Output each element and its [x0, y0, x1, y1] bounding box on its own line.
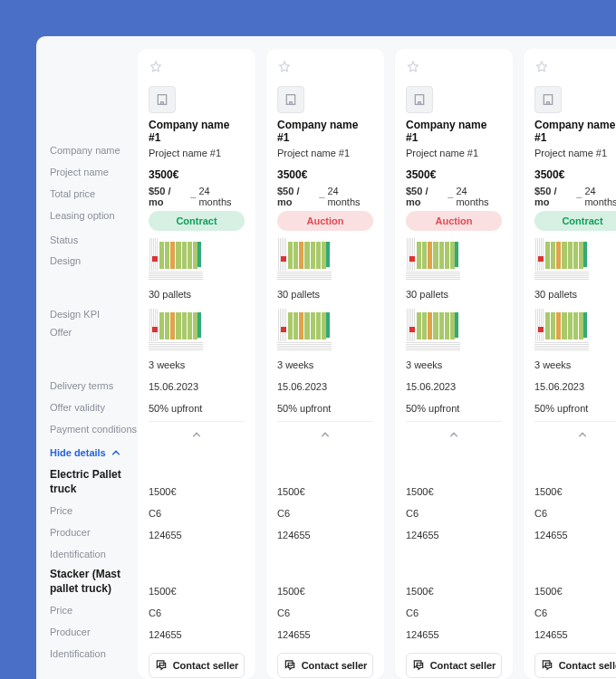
offer-validity: 15.06.2023 [406, 376, 502, 397]
label-payment: Payment conditions [50, 418, 138, 440]
leasing-option: $50 / mo–24 months [277, 186, 373, 207]
contact-seller-button[interactable]: Contact seller [277, 653, 373, 678]
design-thumbnail[interactable] [277, 309, 332, 350]
company-logo [534, 86, 562, 113]
design-thumbnail[interactable] [149, 238, 203, 280]
item-ident: 124655 [277, 524, 373, 546]
project-name: Project name #1 [149, 142, 245, 164]
chat-icon [284, 658, 296, 673]
favorite-star-icon[interactable] [534, 60, 549, 74]
label-total: Total price [50, 183, 138, 205]
company-name: Company name #1 [534, 120, 616, 142]
design-thumbnail[interactable] [534, 309, 589, 350]
label-offer: Offer [50, 325, 138, 375]
design-kpi: 30 pallets [277, 283, 373, 305]
status-badge: Auction [406, 211, 502, 231]
leasing-option: $50 / mo–24 months [406, 186, 502, 207]
collapse-toggle[interactable] [277, 421, 373, 446]
design-thumbnail[interactable] [534, 238, 589, 280]
total-price: 3500€ [534, 164, 616, 186]
status-badge: Auction [277, 211, 373, 231]
total-price: 3500€ [149, 164, 245, 186]
label-price-1: Price [50, 500, 138, 521]
cards-container: Company name #1 Project name #1 3500€ $5… [138, 36, 616, 679]
design-thumbnail[interactable] [149, 309, 203, 350]
contact-seller-button[interactable]: Contact seller [406, 653, 502, 678]
label-validity: Offer validity [50, 397, 138, 418]
label-delivery: Delivery terms [50, 375, 138, 397]
chevron-up-icon [111, 448, 120, 457]
item-price: 1500€ [406, 481, 502, 502]
design-thumbnail[interactable] [277, 238, 332, 280]
delivery-terms: 3 weeks [149, 354, 245, 376]
total-price: 3500€ [277, 164, 373, 186]
design-thumbnail[interactable] [406, 238, 460, 280]
collapse-toggle[interactable] [149, 421, 245, 446]
status-row: Auction [277, 207, 373, 234]
item-price: 1500€ [534, 580, 616, 602]
comparison-view: Company name Project name Total price Le… [36, 36, 616, 679]
svg-rect-18 [415, 95, 423, 105]
offer-card: Company name #1 Project name #1 3500€ $5… [524, 49, 616, 679]
collapse-toggle[interactable] [534, 421, 616, 446]
company-name: Company name #1 [149, 120, 245, 142]
design-kpi: 30 pallets [534, 283, 616, 305]
offer-validity: 15.06.2023 [534, 376, 616, 397]
label-status: Status [50, 226, 138, 253]
item-price: 1500€ [406, 580, 502, 602]
item-producer: C6 [149, 502, 245, 524]
favorite-star-icon[interactable] [277, 60, 292, 74]
contact-seller-button[interactable]: Contact seller [534, 653, 616, 678]
item-price: 1500€ [277, 580, 373, 602]
contact-seller-button[interactable]: Contact seller [149, 653, 245, 678]
row-labels: Company name Project name Total price Le… [36, 36, 138, 679]
item-producer: C6 [534, 502, 616, 524]
group-title-1: Electric Pallet truck [50, 465, 138, 500]
delivery-terms: 3 weeks [277, 354, 373, 376]
delivery-terms: 3 weeks [406, 354, 502, 376]
label-ident-2: Identification [50, 643, 138, 665]
item-ident: 124655 [406, 624, 502, 646]
status-row: Contract [149, 207, 245, 234]
payment-conditions: 50% upfront [406, 397, 502, 419]
delivery-terms: 3 weeks [534, 354, 616, 376]
chat-icon [541, 658, 553, 673]
chat-icon [412, 658, 425, 673]
status-badge: Contract [534, 211, 616, 231]
item-producer: C6 [149, 602, 245, 624]
svg-rect-16 [290, 102, 293, 105]
hide-details-label: Hide details [50, 447, 106, 458]
favorite-star-icon[interactable] [149, 60, 163, 74]
label-producer-1: Producer [50, 521, 138, 543]
total-price: 3500€ [406, 164, 502, 186]
company-name: Company name #1 [406, 120, 502, 142]
design-thumbnail[interactable] [406, 309, 460, 350]
item-price: 1500€ [277, 481, 373, 502]
item-ident: 124655 [406, 524, 502, 546]
item-ident: 124655 [534, 624, 616, 646]
favorite-star-icon[interactable] [406, 60, 420, 74]
status-row: Contract [534, 207, 616, 234]
company-logo [406, 86, 433, 113]
svg-rect-0 [158, 95, 166, 105]
label-producer-2: Producer [50, 621, 138, 643]
hide-details-toggle[interactable]: Hide details [50, 440, 138, 465]
payment-conditions: 50% upfront [534, 397, 616, 419]
chat-icon [155, 658, 168, 673]
project-name: Project name #1 [277, 142, 373, 164]
design-kpi: 30 pallets [406, 283, 502, 305]
label-ident-1: Identification [50, 543, 138, 565]
item-producer: C6 [277, 502, 373, 524]
company-name: Company name #1 [277, 120, 373, 142]
project-name: Project name #1 [406, 142, 502, 164]
item-price: 1500€ [149, 580, 245, 602]
item-ident: 124655 [149, 624, 245, 646]
item-price: 1500€ [149, 481, 245, 502]
svg-rect-9 [286, 95, 294, 105]
svg-rect-34 [547, 102, 550, 105]
collapse-toggle[interactable] [406, 421, 502, 446]
item-producer: C6 [534, 602, 616, 624]
svg-rect-27 [544, 95, 552, 105]
leasing-option: $50 / mo–24 months [534, 186, 616, 207]
leasing-option: $50 / mo–24 months [149, 186, 245, 207]
